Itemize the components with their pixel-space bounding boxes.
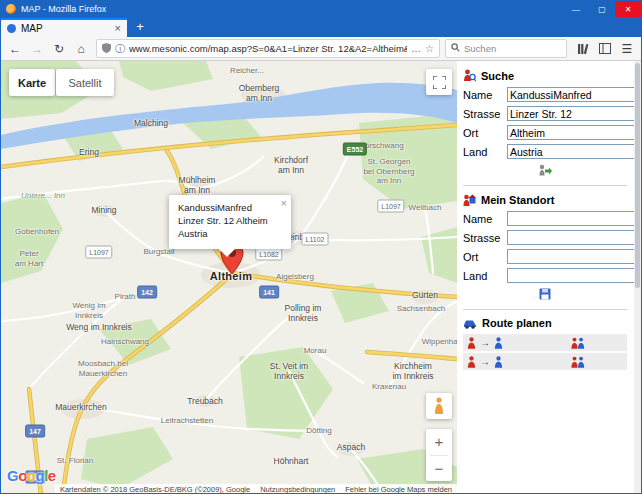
map-type-button[interactable]: Karte: [9, 69, 55, 96]
zoom-out-button[interactable]: −: [426, 456, 452, 482]
search-name-input[interactable]: [507, 87, 634, 102]
window-titlebar: MAP - Mozilla Firefox — ▢ ✕: [1, 1, 641, 17]
reload-icon[interactable]: ↻: [49, 40, 69, 58]
location-country-input[interactable]: [507, 268, 634, 283]
navigation-toolbar: ← → ↻ ⌂ ⓘ www.mesonic.com/map.asp?S=0&A1…: [1, 37, 641, 61]
route-arrow-icon: →: [480, 338, 490, 348]
sidebar-panel: Suche Name Strasse Ort Land: [457, 61, 634, 494]
route-arrow-icon: →: [480, 357, 490, 367]
route-end-icon: [494, 356, 503, 368]
search-section-icon: [463, 69, 476, 82]
tab-map[interactable]: MAP ×: [1, 18, 127, 37]
map-canvas[interactable]: Reicher...Obernberg am InnMalchingMörsch…: [1, 61, 457, 494]
search-section-title: Suche: [481, 70, 514, 82]
route-section-icon: [463, 318, 477, 329]
pegman-icon: [433, 397, 445, 415]
tab-close-icon[interactable]: ×: [115, 23, 121, 34]
maximize-button[interactable]: ▢: [589, 1, 615, 17]
google-logo: Google: [7, 467, 56, 484]
tab-bar: MAP × +: [1, 17, 641, 37]
info-window-address: Linzer Str. 12 Altheim Austria: [178, 215, 275, 241]
search-city-label: Ort: [463, 127, 507, 139]
shield-icon[interactable]: [102, 43, 111, 55]
go-arrow-icon: [538, 164, 552, 176]
location-country-label: Land: [463, 270, 507, 282]
page-actions-icon[interactable]: …: [411, 44, 421, 54]
route-end-icon: [494, 337, 503, 349]
location-city-input[interactable]: [507, 249, 634, 264]
attribution-copyright: Kartendaten © 2018 GeoBasis-DE/BKG (©200…: [60, 485, 250, 494]
route-section-title: Route planen: [482, 317, 552, 329]
url-bar[interactable]: ⓘ www.mesonic.com/map.asp?S=0&A1=Linzer …: [96, 39, 440, 58]
route-travelers-icon: [571, 356, 585, 368]
minimize-button[interactable]: —: [563, 1, 589, 17]
search-country-label: Land: [463, 146, 507, 158]
library-icon[interactable]: [573, 40, 593, 58]
attribution-report-link[interactable]: Fehler bei Google Maps melden: [345, 485, 452, 494]
zoom-in-button[interactable]: +: [426, 429, 452, 455]
attribution-terms-link[interactable]: Nutzungsbedingungen: [260, 485, 335, 494]
bookmark-star-icon[interactable]: ☆: [425, 44, 434, 54]
search-street-label: Strasse: [463, 108, 507, 120]
info-window: × KandussiManfred Linzer Str. 12 Altheim…: [169, 195, 291, 249]
menu-icon[interactable]: ☰: [617, 40, 637, 58]
search-name-label: Name: [463, 89, 507, 101]
fullscreen-icon: [433, 76, 446, 89]
route-travelers-icon: [571, 337, 585, 349]
new-tab-button[interactable]: +: [127, 18, 153, 36]
save-disk-icon: [539, 288, 551, 300]
app-icon: [6, 4, 16, 14]
scrollbar-thumb[interactable]: [635, 63, 640, 288]
search-submit-button[interactable]: [538, 164, 552, 176]
search-bar[interactable]: Suchen: [445, 39, 567, 58]
satellite-type-button[interactable]: Satellit: [56, 69, 114, 96]
section-divider: [463, 185, 627, 186]
route-section-header: Route planen: [463, 317, 627, 329]
forward-icon[interactable]: →: [27, 40, 47, 58]
map-base-art: [1, 61, 457, 494]
url-text[interactable]: www.mesonic.com/map.asp?S=0&A1=Linzer St…: [129, 43, 407, 54]
search-icon: [451, 43, 460, 54]
search-section-header: Suche: [463, 69, 627, 82]
window-title: MAP - Mozilla Firefox: [21, 4, 106, 14]
home-icon[interactable]: ⌂: [71, 40, 91, 58]
my-location-section-title: Mein Standort: [481, 194, 554, 206]
location-name-input[interactable]: [507, 211, 634, 226]
route-row[interactable]: →: [463, 334, 627, 351]
location-name-label: Name: [463, 213, 507, 225]
close-button[interactable]: ✕: [615, 1, 641, 17]
search-placeholder: Suchen: [464, 43, 496, 54]
street-view-pegman[interactable]: [426, 393, 452, 419]
location-city-label: Ort: [463, 251, 507, 263]
info-icon[interactable]: ⓘ: [115, 44, 125, 54]
search-street-input[interactable]: [507, 106, 634, 121]
route-start-icon: [467, 337, 476, 349]
my-location-section-header: Mein Standort: [463, 193, 627, 206]
search-city-input[interactable]: [507, 125, 634, 140]
location-street-input[interactable]: [507, 230, 634, 245]
fullscreen-button[interactable]: [426, 69, 452, 95]
section-divider: [463, 309, 627, 310]
info-window-close-icon[interactable]: ×: [281, 196, 287, 211]
info-window-name: KandussiManfred: [178, 202, 275, 215]
my-location-section-icon: [463, 193, 476, 206]
route-start-icon: [467, 356, 476, 368]
page-scrollbar[interactable]: [634, 61, 641, 494]
back-icon[interactable]: ←: [5, 40, 25, 58]
zoom-control: + −: [426, 429, 452, 481]
search-country-input[interactable]: [507, 144, 634, 159]
tab-favicon: [7, 24, 16, 33]
save-location-button[interactable]: [539, 288, 551, 300]
tab-label: MAP: [21, 23, 43, 34]
route-row[interactable]: →: [463, 353, 627, 370]
location-street-label: Strasse: [463, 232, 507, 244]
browser-window: MAP - Mozilla Firefox — ▢ ✕ MAP × + ← → …: [0, 0, 642, 494]
sidebar-toggle-icon[interactable]: [595, 40, 615, 58]
map-attribution: Kartendaten © 2018 GeoBasis-DE/BKG (©200…: [55, 484, 457, 494]
